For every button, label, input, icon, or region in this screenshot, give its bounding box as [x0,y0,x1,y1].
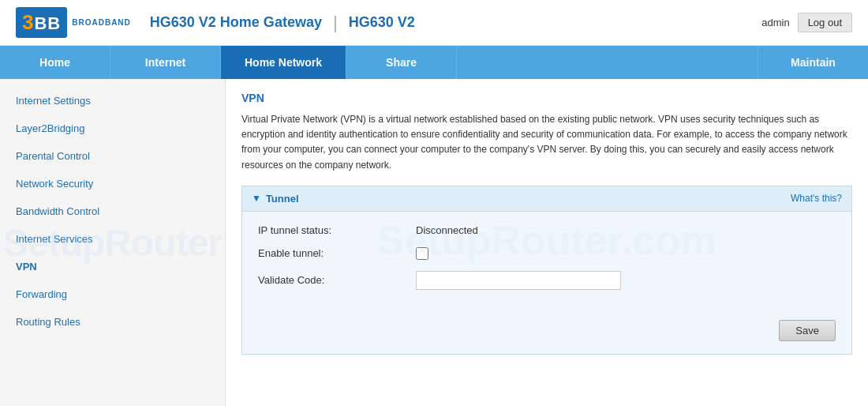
tunnel-box: ▼ Tunnel What's this? IP tunnel status: … [241,186,852,355]
device-title: HG630 V2 Home Gateway [150,14,322,31]
tunnel-title-left: ▼ Tunnel [252,193,299,205]
enable-tunnel-label: Enable tunnel: [258,247,416,259]
nav-home-network[interactable]: Home Network [221,46,346,79]
header: 3BB BROADBAND HG630 V2 Home Gateway | HG… [0,0,868,46]
sidebar-item-internet-services[interactable]: Internet Services [0,225,225,253]
sidebar-item-routing-rules[interactable]: Routing Rules [0,308,225,336]
sidebar-item-layer2bridging[interactable]: Layer2Bridging [0,115,225,142]
admin-label: admin [761,17,789,28]
whats-this-link[interactable]: What's this? [791,193,842,204]
ip-tunnel-status-row: IP tunnel status: Disconnected [258,224,836,236]
logo-3-icon: 3 [22,10,34,34]
enable-tunnel-checkbox[interactable] [416,247,428,260]
vpn-section: VPN Virtual Private Network (VPN) is a v… [226,79,868,367]
validate-code-input[interactable] [416,271,621,290]
model-name: HG630 V2 [349,14,415,31]
sidebar-item-forwarding[interactable]: Forwarding [0,280,225,308]
sidebar-item-internet-settings[interactable]: Internet Settings [0,87,225,115]
nav-home[interactable]: Home [0,46,110,79]
vpn-title: VPN [241,92,852,104]
validate-code-label: Validate Code: [258,274,416,286]
validate-code-row: Validate Code: [258,271,836,290]
tunnel-title: Tunnel [266,193,299,205]
main-layout: SetupRouter Internet Settings Layer2Brid… [0,79,868,406]
main-nav: Home Internet Home Network Share Maintai… [0,46,868,79]
header-divider: | [333,13,338,33]
sidebar-item-bandwidth-control[interactable]: Bandwidth Control [0,197,225,225]
nav-share[interactable]: Share [346,46,457,79]
ip-tunnel-status-label: IP tunnel status: [258,224,416,236]
sidebar-item-parental-control[interactable]: Parental Control [0,142,225,170]
save-row: Save [242,314,851,354]
tunnel-header: ▼ Tunnel What's this? [242,186,851,212]
nav-internet[interactable]: Internet [110,46,221,79]
sidebar: SetupRouter Internet Settings Layer2Brid… [0,79,226,406]
ip-tunnel-status-value: Disconnected [416,224,478,236]
sidebar-item-network-security[interactable]: Network Security [0,170,225,197]
save-button[interactable]: Save [779,320,836,341]
brand-name: BROADBAND [72,18,131,27]
logo: 3BB BROADBAND [16,7,131,38]
enable-tunnel-row: Enable tunnel: [258,247,836,260]
header-right: admin Log out [761,13,852,32]
tunnel-content: IP tunnel status: Disconnected Enable tu… [242,212,851,314]
content-area: SetupRouter.com VPN Virtual Private Netw… [226,79,868,406]
logo-box: 3BB [16,7,67,38]
vpn-description: Virtual Private Network (VPN) is a virtu… [241,112,852,173]
logout-button[interactable]: Log out [798,13,852,32]
sidebar-item-vpn[interactable]: VPN [0,253,225,280]
nav-maintain[interactable]: Maintain [758,46,868,79]
collapse-arrow-icon[interactable]: ▼ [252,193,261,204]
